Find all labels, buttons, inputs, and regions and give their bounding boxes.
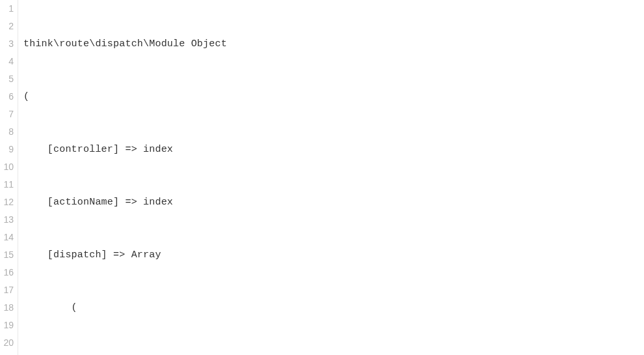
line-number: 14 [3, 229, 14, 246]
code-line: [dispatch] => Array [23, 246, 644, 264]
line-number: 9 [3, 141, 14, 158]
code-line: think\route\dispatch\Module Object [23, 35, 644, 53]
line-number: 1 [3, 0, 14, 18]
line-number: 19 [3, 317, 14, 334]
line-number: 20 [3, 334, 14, 352]
line-number: 10 [3, 158, 14, 176]
code-line: [actionName] => index [23, 193, 644, 211]
line-number: 2 [3, 18, 14, 35]
line-number: 7 [3, 106, 14, 123]
code-line: [0] => index [23, 352, 644, 355]
line-number: 16 [3, 264, 14, 281]
line-number: 8 [3, 123, 14, 141]
code-line: ( [23, 88, 644, 106]
line-number: 15 [3, 246, 14, 264]
code-container: 1 2 3 4 5 6 7 8 9 10 11 12 13 14 15 16 1… [0, 0, 644, 355]
line-number: 6 [3, 88, 14, 106]
line-number: 18 [3, 299, 14, 317]
line-number: 4 [3, 53, 14, 70]
line-number-gutter: 1 2 3 4 5 6 7 8 9 10 11 12 13 14 15 16 1… [0, 0, 18, 355]
code-line: [controller] => index [23, 141, 644, 158]
code-content[interactable]: think\route\dispatch\Module Object ( [co… [18, 0, 644, 355]
line-number: 13 [3, 211, 14, 229]
line-number: 17 [3, 281, 14, 299]
line-number: 5 [3, 70, 14, 88]
line-number: 11 [3, 176, 14, 193]
code-line: ( [23, 299, 644, 317]
line-number: 12 [3, 193, 14, 211]
line-number: 3 [3, 35, 14, 53]
